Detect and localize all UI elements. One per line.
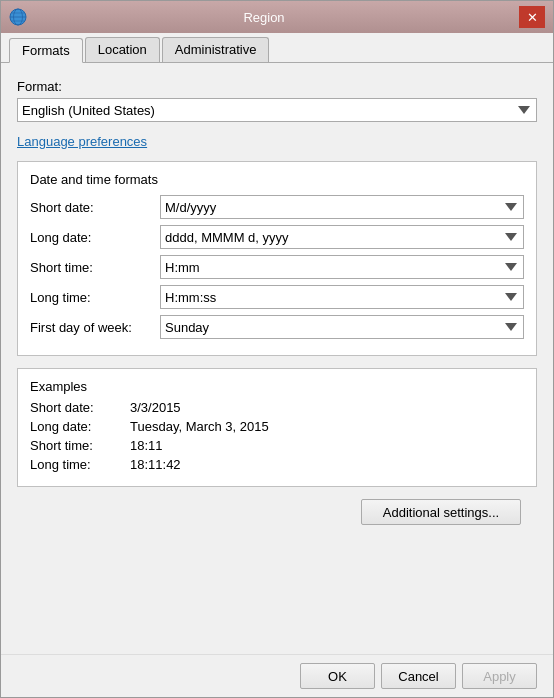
- tab-location[interactable]: Location: [85, 37, 160, 62]
- short-date-row: Short date: M/d/yyyy MM/dd/yyyy d/M/yyyy: [30, 195, 524, 219]
- example-short-date: Short date: 3/3/2015: [30, 400, 524, 415]
- long-time-label: Long time:: [30, 290, 160, 305]
- tab-formats[interactable]: Formats: [9, 38, 83, 63]
- short-time-label: Short time:: [30, 260, 160, 275]
- tab-content: Format: English (United States) English …: [1, 63, 553, 654]
- window-title: Region: [33, 10, 495, 25]
- first-day-label: First day of week:: [30, 320, 160, 335]
- apply-button[interactable]: Apply: [462, 663, 537, 689]
- date-time-section: Date and time formats Short date: M/d/yy…: [17, 161, 537, 356]
- cancel-button[interactable]: Cancel: [381, 663, 456, 689]
- long-time-row: Long time: H:mm:ss h:mm:ss tt HH:mm:ss: [30, 285, 524, 309]
- short-date-select[interactable]: M/d/yyyy MM/dd/yyyy d/M/yyyy: [160, 195, 524, 219]
- examples-title: Examples: [30, 379, 524, 394]
- long-date-select[interactable]: dddd, MMMM d, yyyy MMMM d, yyyy: [160, 225, 524, 249]
- example-long-time: Long time: 18:11:42: [30, 457, 524, 472]
- short-time-select[interactable]: H:mm h:mm tt HH:mm: [160, 255, 524, 279]
- example-long-date-value: Tuesday, March 3, 2015: [130, 419, 524, 434]
- example-short-time-label: Short time:: [30, 438, 130, 453]
- globe-icon: [9, 8, 27, 26]
- bottom-bar: OK Cancel Apply: [1, 654, 553, 697]
- example-long-date-label: Long date:: [30, 419, 130, 434]
- close-button[interactable]: ✕: [519, 6, 545, 28]
- date-time-title: Date and time formats: [30, 172, 524, 187]
- tab-administrative[interactable]: Administrative: [162, 37, 270, 62]
- example-short-time: Short time: 18:11: [30, 438, 524, 453]
- language-preferences-link[interactable]: Language preferences: [17, 134, 147, 149]
- additional-settings-row: Additional settings...: [17, 499, 537, 525]
- example-long-time-label: Long time:: [30, 457, 130, 472]
- example-short-date-value: 3/3/2015: [130, 400, 524, 415]
- long-date-row: Long date: dddd, MMMM d, yyyy MMMM d, yy…: [30, 225, 524, 249]
- example-short-date-label: Short date:: [30, 400, 130, 415]
- region-dialog: Region ✕ Formats Location Administrative…: [0, 0, 554, 698]
- long-time-select[interactable]: H:mm:ss h:mm:ss tt HH:mm:ss: [160, 285, 524, 309]
- example-short-time-value: 18:11: [130, 438, 524, 453]
- long-date-label: Long date:: [30, 230, 160, 245]
- example-long-time-value: 18:11:42: [130, 457, 524, 472]
- tab-bar: Formats Location Administrative: [1, 33, 553, 63]
- additional-settings-button[interactable]: Additional settings...: [361, 499, 521, 525]
- examples-section: Examples Short date: 3/3/2015 Long date:…: [17, 368, 537, 487]
- example-long-date: Long date: Tuesday, March 3, 2015: [30, 419, 524, 434]
- short-date-label: Short date:: [30, 200, 160, 215]
- format-label: Format:: [17, 79, 537, 94]
- ok-button[interactable]: OK: [300, 663, 375, 689]
- format-select[interactable]: English (United States) English (United …: [17, 98, 537, 122]
- title-bar: Region ✕: [1, 1, 553, 33]
- format-group: Format: English (United States) English …: [17, 79, 537, 122]
- short-time-row: Short time: H:mm h:mm tt HH:mm: [30, 255, 524, 279]
- first-day-select[interactable]: Sunday Monday Saturday: [160, 315, 524, 339]
- first-day-row: First day of week: Sunday Monday Saturda…: [30, 315, 524, 339]
